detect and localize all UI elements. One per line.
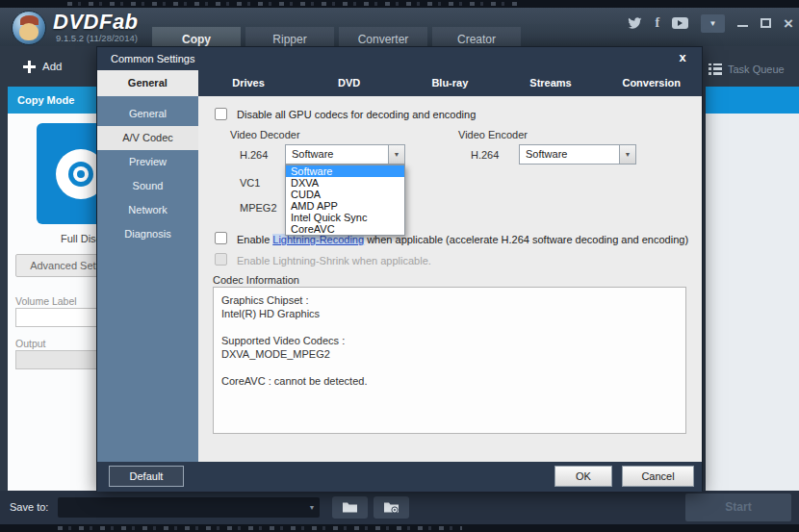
- save-to-label: Save to:: [10, 491, 48, 524]
- sidebar-item-general[interactable]: General: [97, 102, 198, 126]
- task-queue-icon: [709, 63, 722, 75]
- sidebar-item-sound[interactable]: Sound: [97, 174, 198, 198]
- dialog-titlebar: Common Settings x: [97, 47, 702, 70]
- combo-arrow-icon[interactable]: ▼: [619, 145, 635, 164]
- disc-hole: [73, 166, 89, 182]
- dialog-title: Common Settings: [111, 53, 194, 64]
- dialog-tab-bluray[interactable]: Blu-ray: [400, 70, 501, 96]
- lightning-recoding-checkbox[interactable]: [215, 232, 227, 244]
- sidebar-item-av-codec[interactable]: A/V Codec: [97, 126, 198, 150]
- dropdown-option-cuda[interactable]: CUDA: [286, 189, 404, 200]
- folder-icon: [342, 501, 358, 514]
- decoder-vc1-label: VC1: [240, 177, 260, 189]
- copy-mode-header: Copy Mode: [8, 87, 101, 114]
- titlebar: DVDFab 9.1.5.2 (11/28/2014) Copy Ripper …: [0, 8, 799, 46]
- disc-ring: [68, 162, 93, 187]
- combo-arrow-icon[interactable]: ▼: [388, 145, 404, 164]
- version-text: 9.1.5.2 (11/28/2014): [56, 33, 148, 43]
- sidebar-item-network[interactable]: Network: [97, 198, 198, 222]
- save-to-dropdown-caret[interactable]: ▼: [304, 497, 320, 518]
- volume-label: Volume Label: [15, 295, 77, 307]
- minimize-button[interactable]: [737, 19, 748, 27]
- task-queue-button[interactable]: Task Queue: [701, 53, 799, 85]
- content-area: [706, 114, 799, 491]
- tear-noise: [67, 2, 520, 6]
- output-label: Output: [15, 338, 46, 349]
- encoder-h264-label: H.264: [471, 149, 499, 161]
- dialog-tab-bar: General Drives DVD Blu-ray Streams Conve…: [97, 70, 702, 96]
- decoder-dropdown-list: Software DXVA CUDA AMD APP Intel Quick S…: [285, 165, 405, 236]
- av-codec-panel: Disable all GPU codecs for decoding and …: [198, 96, 702, 462]
- browse-device-button[interactable]: [374, 496, 409, 519]
- close-button[interactable]: ×: [784, 15, 793, 32]
- disable-gpu-checkbox[interactable]: [215, 108, 227, 120]
- minimize-icon: [737, 25, 748, 27]
- decoder-h264-label: H.264: [240, 149, 268, 161]
- disable-gpu-label: Disable all GPU codecs for decoding and …: [237, 109, 476, 120]
- dialog-close-button[interactable]: x: [675, 47, 690, 70]
- dialog-tab-general[interactable]: General: [97, 70, 198, 96]
- cancel-button[interactable]: Cancel: [622, 466, 694, 487]
- dropdown-option-amd-app[interactable]: AMD APP: [286, 200, 404, 212]
- sidebar-item-diagnosis[interactable]: Diagnosis: [97, 222, 198, 246]
- encoder-h264-value: Software: [526, 145, 567, 164]
- screen-tear-artifact-bottom: [0, 524, 799, 532]
- encoder-h264-select[interactable]: Software ▼: [519, 144, 636, 165]
- dropdown-option-coreavc[interactable]: CoreAVC: [286, 223, 404, 235]
- titlebar-controls: f ▼ ×: [628, 12, 793, 35]
- add-button-label: Add: [42, 61, 62, 72]
- video-decoder-label: Video Decoder: [230, 129, 300, 140]
- screen-tear-artifact-top: [0, 0, 799, 8]
- maximize-icon: [760, 18, 771, 28]
- maximize-button[interactable]: [760, 18, 771, 28]
- plus-icon: [23, 61, 36, 73]
- lightning-shrink-label: Enable Lightning-Shrink when applicable.: [237, 255, 431, 266]
- dropdown-option-intel-quick-sync[interactable]: Intel Quick Sync: [286, 212, 404, 223]
- copy-mode-panel: Full Disc Advanced Settings Volume Label…: [8, 114, 101, 491]
- common-settings-dialog: Common Settings x General Drives DVD Blu…: [96, 46, 703, 491]
- youtube-play-shape: [672, 17, 688, 29]
- ok-button[interactable]: OK: [554, 466, 612, 487]
- task-queue-label: Task Queue: [728, 63, 785, 75]
- bottom-bar: Save to: ▼ Start: [0, 491, 799, 524]
- dialog-tab-dvd[interactable]: DVD: [298, 70, 400, 96]
- content-header-strip: [706, 87, 799, 114]
- dvdfab-logo-icon: [12, 11, 46, 45]
- sidebar-item-preview[interactable]: Preview: [97, 150, 198, 174]
- tear-noise: [58, 526, 462, 530]
- codec-information-label: Codec Information: [213, 274, 299, 286]
- menu-chevron-button[interactable]: ▼: [701, 14, 725, 33]
- dialog-tab-drives[interactable]: Drives: [198, 70, 299, 96]
- dropdown-option-dxva[interactable]: DXVA: [286, 177, 404, 189]
- youtube-icon[interactable]: [672, 17, 688, 29]
- dialog-body: General A/V Codec Preview Sound Network …: [97, 96, 702, 462]
- add-button[interactable]: Add: [8, 46, 101, 87]
- decoder-h264-value: Software: [292, 145, 333, 164]
- facebook-icon[interactable]: f: [655, 15, 659, 31]
- lr-prefix: Enable: [237, 234, 272, 245]
- logo-mascot-face: [19, 23, 39, 40]
- start-button[interactable]: Start: [685, 494, 791, 521]
- brand-title: DVDFab: [53, 10, 139, 35]
- lightning-shrink-checkbox: [215, 253, 227, 266]
- disc-center-dot: [77, 170, 85, 178]
- dropdown-option-software[interactable]: Software: [286, 165, 404, 177]
- dialog-tab-streams[interactable]: Streams: [501, 70, 602, 96]
- lr-suffix: when applicable (accelerate H.264 softwa…: [364, 234, 688, 245]
- codec-information-box: Graphics Chipset : Intel(R) HD Graphics …: [213, 287, 686, 434]
- dialog-footer: Default OK Cancel: [97, 462, 702, 492]
- twitter-icon[interactable]: [628, 17, 642, 30]
- dialog-sidebar: General A/V Codec Preview Sound Network …: [97, 96, 198, 462]
- browse-folder-button[interactable]: [332, 496, 368, 519]
- save-to-input[interactable]: [58, 497, 320, 518]
- dialog-tab-conversion[interactable]: Conversion: [601, 70, 702, 96]
- dvdfab-app-window: DVDFab 9.1.5.2 (11/28/2014) Copy Ripper …: [0, 0, 799, 532]
- video-encoder-label: Video Encoder: [458, 129, 528, 140]
- default-button[interactable]: Default: [109, 466, 184, 487]
- folder-disc-icon: [383, 501, 400, 514]
- decoder-h264-select[interactable]: Software ▼: [285, 144, 405, 165]
- decoder-mpeg2-label: MPEG2: [240, 202, 277, 214]
